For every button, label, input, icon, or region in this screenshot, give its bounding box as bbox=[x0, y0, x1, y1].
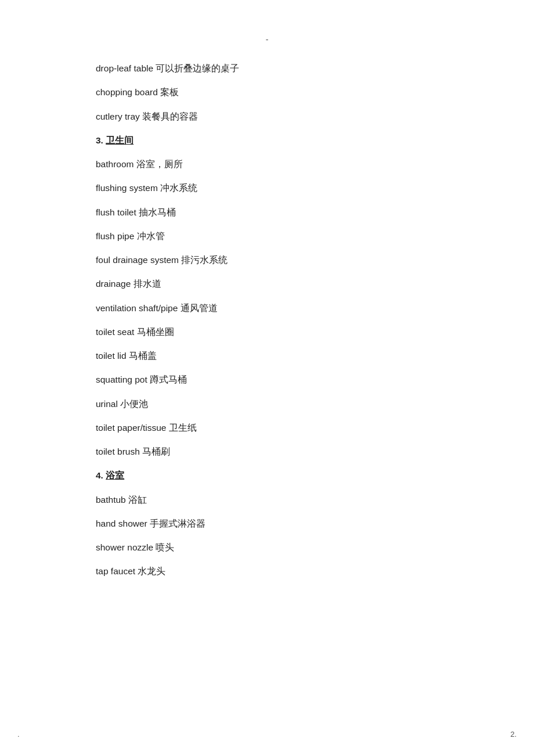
vocab-chinese: 浴缸 bbox=[128, 495, 147, 505]
vocab-chinese: 抽水马桶 bbox=[139, 207, 176, 217]
list-item-tap-faucet: tap faucet 水龙头 bbox=[96, 564, 438, 578]
list-item-ventilation-shaft: ventilation shaft/pipe 通风管道 bbox=[96, 301, 438, 315]
vocab-english: toilet paper/tissue bbox=[96, 423, 169, 433]
vocab-english: flush pipe bbox=[96, 231, 137, 241]
top-dash: - bbox=[96, 35, 438, 44]
vocab-chinese: 装餐具的容器 bbox=[142, 111, 198, 121]
vocab-english: ventilation shaft/pipe bbox=[96, 303, 181, 313]
bottom-right: 2. bbox=[510, 730, 517, 739]
vocab-chinese: 通风管道 bbox=[181, 303, 218, 313]
vocab-chinese: 水龙头 bbox=[138, 566, 165, 576]
list-item-flushing-system: flushing system 冲水系统 bbox=[96, 181, 438, 195]
bottom-bar: . 2. bbox=[0, 730, 534, 739]
vocab-chinese: 马桶刷 bbox=[142, 447, 170, 456]
vocab-english: drainage bbox=[96, 279, 134, 289]
page-container: - drop-leaf table 可以折叠边缘的桌子chopping boar… bbox=[0, 0, 534, 756]
list-item-foul-drainage-system: foul drainage system 排污水系统 bbox=[96, 253, 438, 267]
list-item-chopping-board: chopping board 案板 bbox=[96, 85, 438, 99]
vocab-english: toilet brush bbox=[96, 447, 142, 456]
vocab-english: hand shower bbox=[96, 519, 150, 528]
vocab-english: flush toilet bbox=[96, 207, 139, 217]
vocab-english: flushing system bbox=[96, 183, 160, 193]
vocab-english: shower nozzle bbox=[96, 542, 156, 552]
vocab-english: cutlery tray bbox=[96, 111, 142, 121]
vocabulary-list: drop-leaf table 可以折叠边缘的桌子chopping board … bbox=[96, 62, 438, 578]
vocab-chinese: 马桶坐圈 bbox=[137, 327, 174, 337]
section-title-chinese: 浴室 bbox=[106, 470, 124, 480]
vocab-chinese: 浴室，厕所 bbox=[136, 159, 183, 169]
vocab-english: bathroom bbox=[96, 159, 136, 169]
bottom-left: . bbox=[17, 730, 20, 739]
vocab-chinese: 冲水系统 bbox=[160, 183, 197, 193]
list-item-toilet-seat: toilet seat 马桶坐圈 bbox=[96, 325, 438, 339]
section-number: 3. bbox=[96, 135, 106, 145]
list-item-toilet-paper: toilet paper/tissue 卫生纸 bbox=[96, 421, 438, 434]
vocab-chinese: 喷头 bbox=[156, 542, 174, 552]
vocab-english: toilet lid bbox=[96, 351, 129, 361]
vocab-chinese: 案板 bbox=[160, 87, 179, 97]
vocab-english: drop-leaf table bbox=[96, 63, 156, 73]
vocab-english: bathtub bbox=[96, 495, 128, 505]
vocab-english: toilet seat bbox=[96, 327, 137, 337]
list-item-hand-shower: hand shower 手握式淋浴器 bbox=[96, 517, 438, 530]
vocab-chinese: 冲水管 bbox=[137, 231, 165, 241]
section-number: 4. bbox=[96, 470, 106, 480]
vocab-chinese: 可以折叠边缘的桌子 bbox=[156, 63, 239, 73]
vocab-english: chopping board bbox=[96, 87, 160, 97]
vocab-english: squatting pot bbox=[96, 375, 150, 384]
list-item-drop-leaf-table: drop-leaf table 可以折叠边缘的桌子 bbox=[96, 62, 438, 75]
vocab-english: foul drainage system bbox=[96, 255, 181, 265]
vocab-chinese: 排水道 bbox=[134, 279, 161, 289]
list-item-flush-pipe: flush pipe 冲水管 bbox=[96, 229, 438, 243]
list-item-bathtub: bathtub 浴缸 bbox=[96, 493, 438, 506]
vocab-english: tap faucet bbox=[96, 566, 138, 576]
vocab-chinese: 卫生纸 bbox=[169, 423, 197, 433]
list-item-urinal: urinal 小便池 bbox=[96, 397, 438, 411]
list-item-cutlery-tray: cutlery tray 装餐具的容器 bbox=[96, 110, 438, 123]
list-item-bathroom: bathroom 浴室，厕所 bbox=[96, 157, 438, 171]
list-item-shower-nozzle: shower nozzle 喷头 bbox=[96, 541, 438, 554]
list-item-toilet-brush: toilet brush 马桶刷 bbox=[96, 445, 438, 458]
list-item-squatting-pot: squatting pot 蹲式马桶 bbox=[96, 373, 438, 386]
list-item-section-3: 3. 卫生间 bbox=[96, 134, 438, 147]
list-item-drainage: drainage 排水道 bbox=[96, 277, 438, 290]
vocab-chinese: 手握式淋浴器 bbox=[150, 519, 205, 528]
list-item-flush-toilet: flush toilet 抽水马桶 bbox=[96, 206, 438, 219]
list-item-toilet-lid: toilet lid 马桶盖 bbox=[96, 349, 438, 362]
section-title-chinese: 卫生间 bbox=[106, 135, 134, 145]
vocab-english: urinal bbox=[96, 399, 120, 409]
list-item-section-4: 4. 浴室 bbox=[96, 469, 438, 482]
vocab-chinese: 小便池 bbox=[120, 399, 148, 409]
vocab-chinese: 排污水系统 bbox=[181, 255, 228, 265]
vocab-chinese: 蹲式马桶 bbox=[150, 375, 187, 384]
vocab-chinese: 马桶盖 bbox=[129, 351, 157, 361]
